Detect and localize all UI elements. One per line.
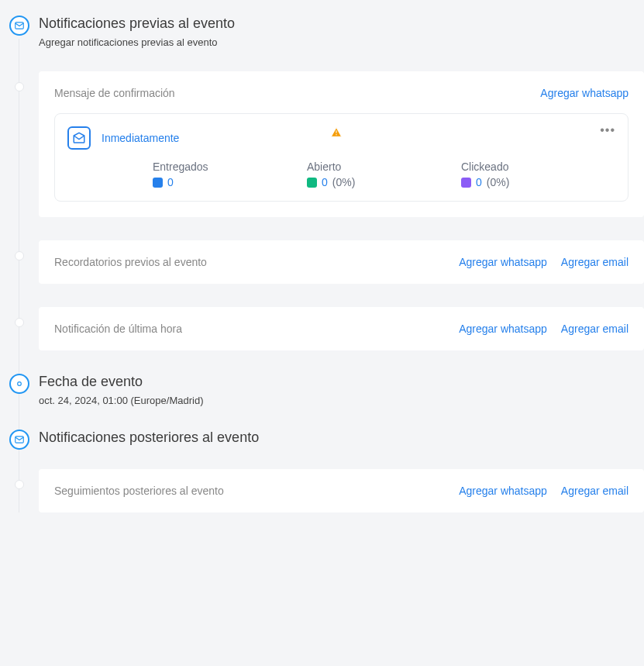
card-title: Notificación de última hora [54,323,182,335]
stat-label: Abierto [307,160,461,173]
add-email-button[interactable]: Agregar email [561,256,629,268]
timing-label: Inmediatamente [102,132,179,144]
message-item: Inmediatamente ••• Entregados 0 [54,113,629,202]
card-title: Recordatorios previos al evento [54,256,207,268]
add-whatsapp-button[interactable]: Agregar whatsapp [459,323,547,335]
envelope-icon [9,16,29,36]
stat-value: 0 [167,176,174,188]
stat-delivered: Entregados 0 [153,160,307,188]
more-options-button[interactable]: ••• [600,123,615,137]
stat-pct: (0%) [332,176,356,188]
square-icon [153,178,163,188]
confirmation-card: Mensaje de confirmación Agregar whatsapp… [39,71,644,217]
envelope-icon [9,430,29,450]
section-subtitle: Agregar notificaciones previas al evento [39,36,644,48]
section-title: Notificaciones previas al evento [39,16,644,32]
svg-point-1 [18,382,22,386]
add-email-button[interactable]: Agregar email [561,323,629,335]
event-date-section: Fecha de evento oct. 24, 2024, 01:00 (Eu… [39,374,644,406]
section-title: Fecha de evento [39,374,644,390]
square-icon [461,178,471,188]
card-title: Mensaje de confirmación [54,87,175,99]
warning-icon [330,126,343,142]
add-whatsapp-button[interactable]: Agregar whatsapp [459,256,547,268]
timeline-dot-icon [15,318,24,327]
stat-label: Entregados [153,160,307,173]
reminders-card: Recordatorios previos al evento Agregar … [39,240,644,284]
timeline-dot-icon [15,251,24,261]
event-date: oct. 24, 2024, 01:00 (Europe/Madrid) [39,395,644,406]
section-title: Notificaciones posteriores al evento [39,430,644,446]
envelope-open-icon [67,126,91,150]
target-icon [9,374,29,394]
pre-event-section: Notificaciones previas al evento Agregar… [39,16,644,350]
card-title: Seguimientos posteriores al evento [54,485,224,497]
stat-clicked: Clickeado 0 (0%) [461,160,615,188]
add-email-button[interactable]: Agregar email [561,485,629,497]
timeline-dot-icon [15,480,24,489]
post-event-section: Notificaciones posteriores al evento Seg… [39,430,644,512]
stat-value: 0 [322,176,328,188]
stat-value: 0 [476,176,482,188]
stat-pct: (0%) [487,176,510,188]
last-minute-card: Notificación de última hora Agregar what… [39,307,644,350]
square-icon [307,178,317,188]
timeline-dot-icon [15,82,24,91]
add-whatsapp-button[interactable]: Agregar whatsapp [540,87,629,99]
add-whatsapp-button[interactable]: Agregar whatsapp [459,485,547,497]
stat-label: Clickeado [461,160,615,173]
stat-opened: Abierto 0 (0%) [307,160,461,188]
followups-card: Seguimientos posteriores al evento Agreg… [39,469,644,512]
